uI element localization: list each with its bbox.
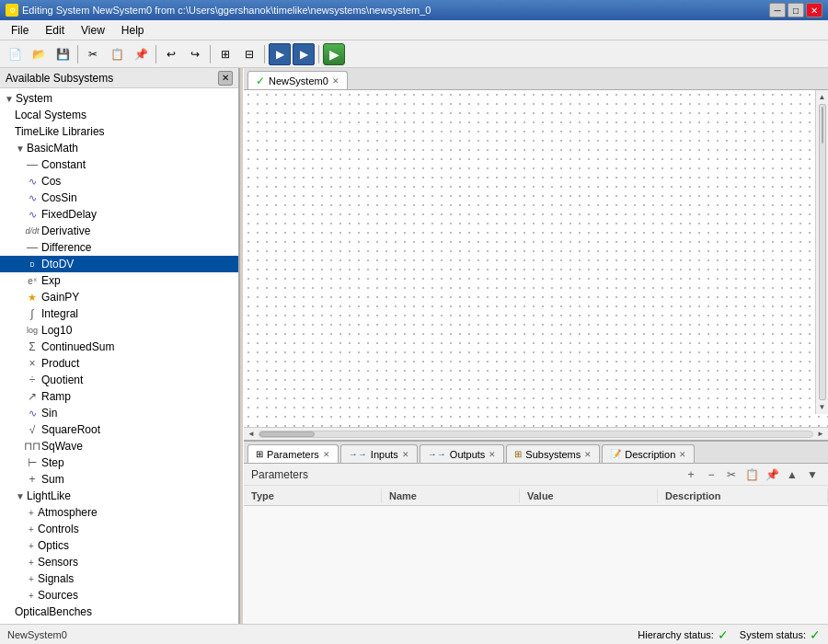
tree-label-cossin: CosSin	[41, 191, 77, 204]
tree-container[interactable]: ▼ System Local Systems TimeLike Librarie…	[0, 88, 238, 624]
menu-help[interactable]: Help	[114, 22, 152, 39]
tree-item-signals[interactable]: + Signals	[0, 570, 238, 587]
tree-item-exp[interactable]: eˣ Exp	[0, 272, 238, 289]
params-remove-button[interactable]: −	[703, 466, 719, 483]
scroll-arrow-left[interactable]: ◄	[246, 429, 257, 439]
tree-item-optics[interactable]: + Optics	[0, 537, 238, 554]
tree-item-fixeddelay[interactable]: ∿ FixedDelay	[0, 206, 238, 223]
canvas-inner[interactable]: ▲ ▼	[244, 90, 828, 427]
scroll-arrow-up[interactable]: ▲	[817, 92, 828, 102]
params-add-button[interactable]: +	[683, 466, 699, 483]
tree-item-ramp[interactable]: ↗ Ramp	[0, 388, 238, 405]
tab-inputs[interactable]: →→ Inputs ✕	[340, 444, 418, 463]
toolbar-cut[interactable]: ✂	[82, 43, 104, 65]
tree-item-integral[interactable]: ∫ Integral	[0, 305, 238, 322]
scroll-arrow-right[interactable]: ►	[815, 429, 826, 439]
toolbar-save[interactable]: 💾	[52, 43, 74, 65]
toolbar-arrow1[interactable]: ▶	[269, 43, 291, 65]
tree-item-product[interactable]: × Product	[0, 355, 238, 372]
tree-item-squareroot[interactable]: √ SquareRoot	[0, 421, 238, 438]
table-body	[244, 506, 828, 624]
toolbar-redo[interactable]: ↪	[184, 43, 206, 65]
expand-icon-sensors: +	[26, 558, 37, 568]
tree-item-sin[interactable]: ∿ Sin	[0, 405, 238, 421]
tree-item-controls[interactable]: + Controls	[0, 521, 238, 537]
tree-item-sqwave[interactable]: ⊓⊓ SqWave	[0, 438, 238, 454]
tree-item-lightlike[interactable]: ▼ LightLike	[0, 488, 238, 504]
tab-outputs[interactable]: →→ Outputs ✕	[420, 444, 505, 463]
tree-item-sources[interactable]: + Sources	[0, 587, 238, 604]
tab-parameters[interactable]: ⊞ Parameters ✕	[247, 444, 339, 463]
tree-item-cos[interactable]: ∿ Cos	[0, 173, 238, 190]
toolbar-zoom-in[interactable]: ⊟	[238, 43, 260, 65]
toolbar-copy[interactable]: 📋	[106, 43, 128, 65]
h-scroll-thumb[interactable]	[259, 431, 315, 437]
toolbar-arrow2[interactable]: ▶	[293, 43, 315, 65]
tree-item-log10[interactable]: log Log10	[0, 322, 238, 339]
toolbar-undo[interactable]: ↩	[160, 43, 182, 65]
minimize-button[interactable]: ─	[769, 3, 786, 17]
close-button[interactable]: ✕	[806, 3, 822, 17]
toolbar-run[interactable]: ▶	[323, 43, 345, 65]
subsystems-tab-close[interactable]: ✕	[584, 450, 592, 459]
tree-item-constant[interactable]: — Constant	[0, 156, 238, 173]
tree-item-user-libraries[interactable]: User Libraries	[0, 620, 238, 624]
params-cut-button[interactable]: ✂	[723, 466, 740, 483]
tree-item-sum[interactable]: + Sum	[0, 471, 238, 488]
canvas-scrollbar-v[interactable]: ▲ ▼	[815, 90, 828, 414]
tab-description[interactable]: 📝 Description ✕	[602, 444, 695, 463]
tree-label-sources: Sources	[38, 589, 78, 602]
tree-label-opticalbenches: OpticalBenches	[15, 605, 92, 618]
tree-label-continuedsum: ContinuedSum	[41, 340, 114, 353]
tab-label-description: Description	[625, 449, 675, 460]
toolbar-paste[interactable]: 📌	[130, 43, 152, 65]
tree-label-dtodv: DtoDV	[41, 258, 74, 270]
tab-close-button[interactable]: ✕	[332, 76, 339, 86]
scroll-arrow-down[interactable]: ▼	[817, 402, 828, 412]
tree-item-step[interactable]: ⊢ Step	[0, 454, 238, 471]
tree-item-continuedsum[interactable]: Σ ContinuedSum	[0, 339, 238, 355]
tree-item-atmosphere[interactable]: + Atmosphere	[0, 504, 238, 521]
description-tab-close[interactable]: ✕	[679, 450, 686, 459]
tree-item-system[interactable]: ▼ System	[0, 90, 238, 107]
params-up-button[interactable]: ▲	[784, 466, 800, 483]
tree-item-basicmath[interactable]: ▼ BasicMath	[0, 140, 238, 156]
tree-item-local-systems[interactable]: Local Systems	[0, 107, 238, 123]
params-copy-button[interactable]: 📋	[743, 466, 760, 483]
menu-edit[interactable]: Edit	[38, 22, 72, 39]
tree-item-derivative[interactable]: d/dt Derivative	[0, 223, 238, 239]
menu-file[interactable]: File	[4, 22, 36, 39]
menu-view[interactable]: View	[74, 22, 112, 39]
tab-label-subsystems: Subsystems	[525, 449, 581, 460]
tree-item-opticalbenches[interactable]: OpticalBenches	[0, 604, 238, 620]
tree-item-difference[interactable]: — Difference	[0, 239, 238, 256]
canvas-tab-newsystem0[interactable]: ✓ NewSystem0 ✕	[247, 71, 348, 89]
toolbar-grid[interactable]: ⊞	[214, 43, 236, 65]
tree-item-cossin[interactable]: ∿ CosSin	[0, 190, 238, 206]
canvas-scrollbar-h[interactable]: ◄ ►	[244, 427, 828, 440]
tab-subsystems[interactable]: ⊞ Subsystems ✕	[506, 444, 600, 463]
inputs-tab-close[interactable]: ✕	[402, 450, 409, 459]
tree-label-cos: Cos	[41, 175, 61, 188]
tree-item-timelike-libs[interactable]: TimeLike Libraries	[0, 123, 238, 140]
tree-item-quotient[interactable]: ÷ Quotient	[0, 372, 238, 388]
tree-item-gainpy[interactable]: ★ GainPY	[0, 289, 238, 305]
tree-label-fixeddelay: FixedDelay	[41, 208, 97, 221]
expand-icon-atmosphere: +	[26, 508, 37, 518]
tree-item-dtodv[interactable]: D DtoDV	[0, 256, 238, 272]
panel-close-button[interactable]: ✕	[218, 71, 233, 86]
maximize-button[interactable]: □	[788, 3, 804, 17]
toolbar-new[interactable]: 📄	[4, 43, 26, 65]
params-paste-button[interactable]: 📌	[764, 466, 780, 483]
params-down-button[interactable]: ▼	[804, 466, 821, 483]
tree-item-sensors[interactable]: + Sensors	[0, 554, 238, 570]
bottom-panel: ⊞ Parameters ✕ →→ Inputs ✕ →→ Outputs ✕	[244, 440, 828, 624]
params-table: Type Name Value Description	[244, 486, 828, 624]
toolbar-open[interactable]: 📂	[28, 43, 50, 65]
outputs-tab-close[interactable]: ✕	[489, 450, 496, 459]
outputs-tab-icon: →→	[428, 449, 446, 459]
constant-icon: —	[26, 159, 39, 170]
tree-label-atmosphere: Atmosphere	[38, 506, 98, 519]
parameters-tab-close[interactable]: ✕	[323, 450, 330, 459]
h-scroll-track[interactable]	[259, 431, 813, 438]
